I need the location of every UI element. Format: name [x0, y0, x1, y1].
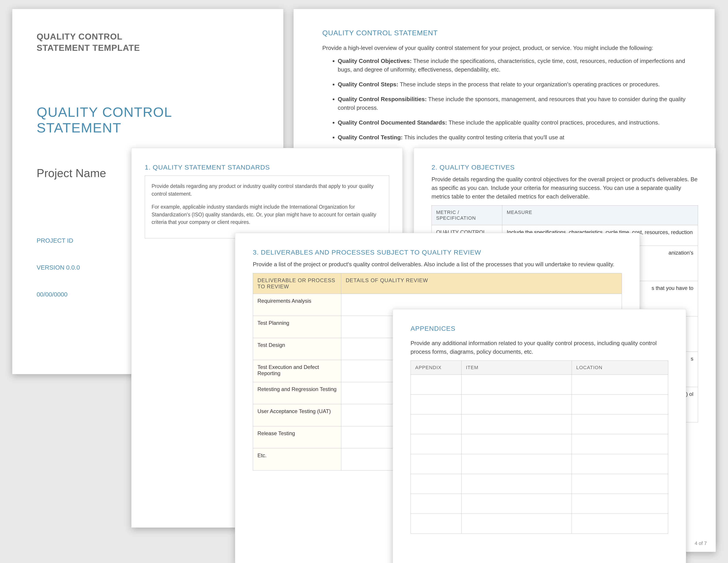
- standards-p1: Provide details regarding any product or…: [152, 182, 382, 197]
- table-header-row: DELIVERABLE OR PROCESS TO REVIEW DETAILS…: [253, 273, 622, 294]
- th-location: LOCATION: [572, 361, 668, 375]
- table-row: [411, 395, 668, 415]
- template-title: QUALITY CONTROL STATEMENT TEMPLATE: [37, 31, 259, 53]
- table-row: [411, 514, 668, 534]
- table-header-row: APPENDIX ITEM LOCATION: [411, 361, 668, 375]
- list-item: Quality Control Documented Standards: Th…: [338, 118, 686, 127]
- list-item: Quality Control Steps: These include ste…: [338, 80, 686, 89]
- qc-statement-list: Quality Control Objectives: These includ…: [322, 57, 686, 142]
- table-row: [411, 454, 668, 474]
- th-appendix: APPENDIX: [411, 361, 462, 375]
- deliverables-heading: 3. DELIVERABLES AND PROCESSES SUBJECT TO…: [253, 248, 622, 256]
- deliverables-intro: Provide a list of the project or product…: [253, 260, 622, 269]
- table-row: [411, 434, 668, 454]
- table-row: [411, 474, 668, 494]
- document-title: QUALITY CONTROL STATEMENT: [37, 104, 259, 135]
- th-item: ITEM: [462, 361, 572, 375]
- list-item: Quality Control Testing: This includes t…: [338, 133, 686, 142]
- objectives-intro: Provide details regarding the quality co…: [432, 175, 698, 201]
- list-item: Quality Control Objectives: These includ…: [338, 57, 686, 74]
- appendices-table: APPENDIX ITEM LOCATION: [411, 361, 668, 534]
- appendices-intro: Provide any additional information relat…: [411, 339, 668, 356]
- th-measure: MEASURE: [502, 205, 698, 225]
- th-details: DETAILS OF QUALITY REVIEW: [341, 273, 622, 294]
- standards-p2: For example, applicable industry standar…: [152, 203, 382, 226]
- list-item: Quality Control Responsibilities: These …: [338, 95, 686, 112]
- table-row: [411, 415, 668, 434]
- th-metric: METRIC / SPECIFICATION: [432, 205, 502, 225]
- standards-heading: 1. QUALITY STATEMENT STANDARDS: [145, 164, 389, 171]
- qc-statement-heading: QUALITY CONTROL STATEMENT: [322, 29, 686, 37]
- th-deliverable: DELIVERABLE OR PROCESS TO REVIEW: [253, 273, 341, 294]
- table-header-row: METRIC / SPECIFICATION MEASURE: [432, 205, 698, 225]
- table-row: [411, 494, 668, 514]
- table-row: [411, 375, 668, 395]
- page-appendices: APPENDICES Provide any additional inform…: [393, 309, 686, 563]
- standards-box: Provide details regarding any product or…: [145, 175, 389, 238]
- page-number: 4 of 7: [695, 540, 707, 546]
- objectives-heading: 2. QUALITY OBJECTIVES: [432, 164, 698, 171]
- appendices-heading: APPENDICES: [411, 325, 668, 332]
- qc-statement-intro: Provide a high-level overview of your qu…: [322, 44, 686, 52]
